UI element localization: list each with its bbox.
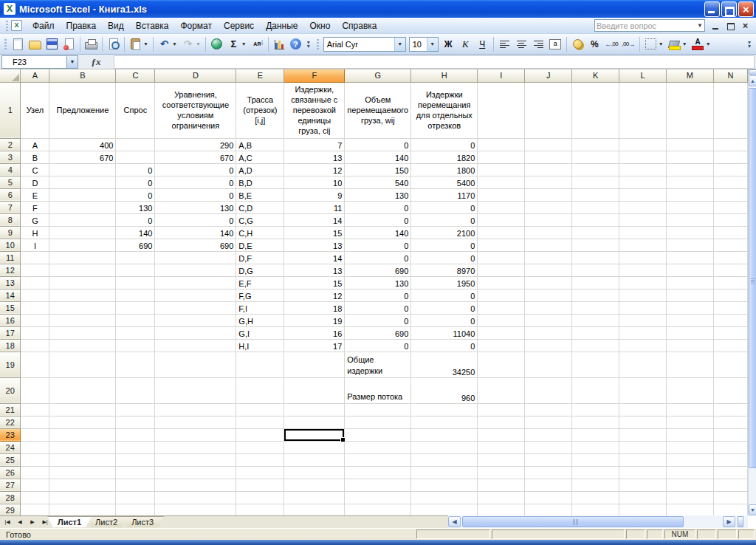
cell-K13[interactable] bbox=[572, 276, 619, 289]
cell-K12[interactable] bbox=[572, 264, 619, 276]
scroll-up-button[interactable]: ▲ bbox=[749, 75, 756, 86]
cell-G29[interactable] bbox=[345, 504, 411, 515]
cell-J21[interactable] bbox=[525, 403, 572, 416]
row-header-10[interactable]: 10 bbox=[0, 239, 21, 251]
column-header-K[interactable]: K bbox=[572, 69, 619, 82]
cell-L6[interactable] bbox=[619, 188, 667, 201]
cell-F5[interactable]: 10 bbox=[284, 176, 345, 188]
cell-B20[interactable] bbox=[49, 377, 116, 403]
cell-D18[interactable] bbox=[155, 339, 236, 352]
cell-M14[interactable] bbox=[666, 289, 713, 301]
cell-E28[interactable] bbox=[236, 491, 284, 504]
cell-A26[interactable] bbox=[21, 466, 49, 479]
cell-G22[interactable] bbox=[345, 416, 411, 428]
cell-D6[interactable]: 0 bbox=[155, 188, 236, 201]
cell-J9[interactable] bbox=[525, 226, 572, 239]
cell-C3[interactable] bbox=[116, 151, 155, 163]
cell-C20[interactable] bbox=[116, 377, 155, 403]
cell-G13[interactable]: 130 bbox=[345, 276, 411, 289]
cell-K1[interactable] bbox=[572, 82, 619, 138]
cell-B11[interactable] bbox=[49, 251, 116, 264]
cell-K8[interactable] bbox=[572, 213, 619, 226]
print-button[interactable] bbox=[83, 35, 100, 53]
chevron-down-icon[interactable]: ▼ bbox=[241, 41, 247, 47]
cell-H23[interactable] bbox=[411, 428, 478, 441]
cell-A6[interactable]: E bbox=[21, 188, 49, 201]
align-center-button[interactable] bbox=[513, 35, 530, 53]
column-header-M[interactable]: M bbox=[666, 69, 713, 82]
cell-A10[interactable]: I bbox=[21, 239, 49, 251]
cell-I12[interactable] bbox=[478, 264, 525, 276]
cell-L28[interactable] bbox=[619, 491, 667, 504]
cell-B2[interactable]: 400 bbox=[49, 138, 116, 151]
cell-I3[interactable] bbox=[478, 151, 525, 163]
cell-I5[interactable] bbox=[478, 176, 525, 188]
cell-H25[interactable] bbox=[411, 453, 478, 466]
cell-G18[interactable]: 0 bbox=[345, 339, 411, 352]
cell-N16[interactable] bbox=[713, 314, 747, 326]
cell-D24[interactable] bbox=[155, 441, 236, 453]
cell-K22[interactable] bbox=[572, 416, 619, 428]
insert-function-button[interactable]: ƒx bbox=[92, 56, 101, 68]
cell-M5[interactable] bbox=[666, 176, 713, 188]
cell-I29[interactable] bbox=[478, 504, 525, 515]
cell-L20[interactable] bbox=[619, 377, 667, 403]
cell-A23[interactable] bbox=[21, 428, 49, 441]
cell-B10[interactable] bbox=[49, 239, 116, 251]
row-header-26[interactable]: 26 bbox=[0, 466, 21, 479]
close-button[interactable]: × bbox=[738, 1, 754, 17]
cell-M28[interactable] bbox=[666, 491, 713, 504]
menu-сервис[interactable]: Сервис bbox=[218, 18, 260, 33]
toolbar-options-icon[interactable]: ▾▾ bbox=[745, 41, 754, 48]
toolbar-grip[interactable] bbox=[6, 21, 8, 31]
cell-G25[interactable] bbox=[345, 453, 411, 466]
horizontal-scrollbar[interactable]: ◀ ▶ bbox=[448, 515, 748, 528]
cell-N23[interactable] bbox=[713, 428, 747, 441]
cell-I20[interactable] bbox=[478, 377, 525, 403]
doc-close-button[interactable]: × bbox=[740, 21, 750, 30]
row-header-28[interactable]: 28 bbox=[0, 491, 21, 504]
cell-A2[interactable]: A bbox=[21, 138, 49, 151]
cell-B21[interactable] bbox=[49, 403, 116, 416]
cell-B25[interactable] bbox=[49, 453, 116, 466]
column-header-D[interactable]: D bbox=[155, 69, 236, 82]
cell-M11[interactable] bbox=[666, 251, 713, 264]
scroll-left-button[interactable]: ◀ bbox=[448, 516, 461, 527]
row-header-22[interactable]: 22 bbox=[0, 416, 21, 428]
align-right-button[interactable] bbox=[530, 35, 547, 53]
cell-E22[interactable] bbox=[236, 416, 284, 428]
cell-A11[interactable] bbox=[21, 251, 49, 264]
column-header-C[interactable]: C bbox=[116, 69, 155, 82]
cell-K10[interactable] bbox=[572, 239, 619, 251]
cell-K11[interactable] bbox=[572, 251, 619, 264]
cell-B26[interactable] bbox=[49, 466, 116, 479]
scroll-down-button[interactable]: ▼ bbox=[749, 504, 756, 515]
cell-F9[interactable]: 15 bbox=[284, 226, 345, 239]
cell-J15[interactable] bbox=[525, 301, 572, 314]
cell-A18[interactable] bbox=[21, 339, 49, 352]
cell-A1[interactable]: Узел bbox=[21, 82, 49, 138]
cell-A29[interactable] bbox=[21, 504, 49, 515]
cell-F13[interactable]: 15 bbox=[284, 276, 345, 289]
cell-J28[interactable] bbox=[525, 491, 572, 504]
row-header-6[interactable]: 6 bbox=[0, 188, 21, 201]
cell-K9[interactable] bbox=[572, 226, 619, 239]
cell-H2[interactable]: 0 bbox=[411, 138, 478, 151]
cell-D21[interactable] bbox=[155, 403, 236, 416]
cell-M13[interactable] bbox=[666, 276, 713, 289]
cell-F26[interactable] bbox=[284, 466, 345, 479]
horizontal-scroll-thumb[interactable] bbox=[462, 516, 684, 527]
cell-M12[interactable] bbox=[666, 264, 713, 276]
cell-N19[interactable] bbox=[713, 352, 747, 377]
menu-справка[interactable]: Справка bbox=[336, 18, 382, 33]
cell-D8[interactable]: 0 bbox=[155, 213, 236, 226]
cell-L10[interactable] bbox=[619, 239, 667, 251]
cell-E5[interactable]: B,D bbox=[236, 176, 284, 188]
cell-A9[interactable]: H bbox=[21, 226, 49, 239]
cell-J12[interactable] bbox=[525, 264, 572, 276]
row-header-13[interactable]: 13 bbox=[0, 276, 21, 289]
cell-J22[interactable] bbox=[525, 416, 572, 428]
cell-B8[interactable] bbox=[49, 213, 116, 226]
cell-A7[interactable]: F bbox=[21, 201, 49, 213]
cell-J19[interactable] bbox=[525, 352, 572, 377]
